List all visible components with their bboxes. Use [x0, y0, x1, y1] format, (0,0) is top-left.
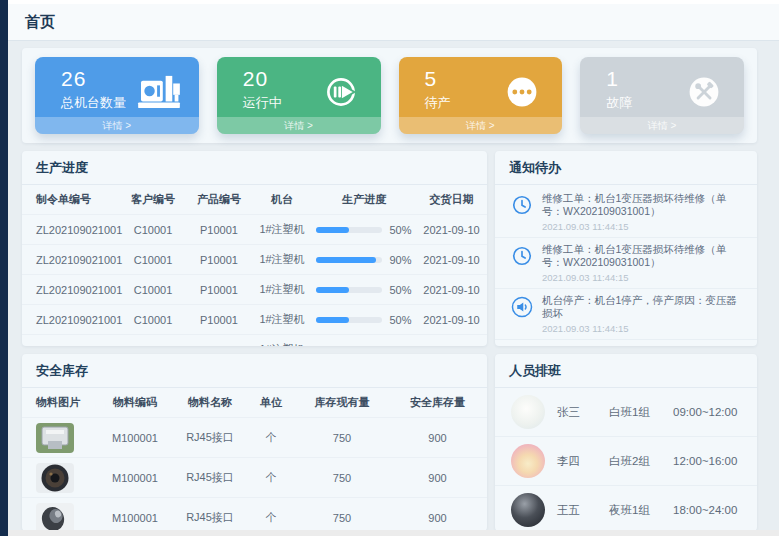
- column-header: 物料名称: [174, 388, 246, 418]
- product-no: P10001: [186, 245, 252, 275]
- staff-name: 李四: [557, 454, 609, 469]
- stat-card-2[interactable]: 5 待产 详情 >: [399, 57, 563, 134]
- material-code: M100001: [96, 458, 174, 498]
- production-panel-title: 生产进度: [22, 151, 487, 185]
- unit: 个: [246, 458, 296, 498]
- customer-no: C10001: [120, 215, 186, 245]
- stock-header-row: 物料图片 物料编码 物料名称 单位 库存现有量 安全库存量: [22, 388, 487, 418]
- stat-card-1[interactable]: 20 运行中 详情 >: [217, 57, 381, 134]
- sidebar-edge-strip[interactable]: [0, 0, 8, 536]
- delivery-date: 2021-09-10: [416, 335, 487, 347]
- main-grid: 生产进度 制令单编号 客户编号 产品编号 机台 生产进度 交货日期: [22, 151, 757, 530]
- staff-name: 王五: [557, 503, 609, 518]
- order-no: ZL202109021001: [22, 245, 120, 275]
- progress-percent: 50%: [389, 314, 411, 326]
- speaker-front-image: [36, 463, 74, 493]
- safety-stock-panel-title: 安全库存: [22, 354, 487, 388]
- column-header: 库存现有量: [296, 388, 388, 418]
- notification-text: 计划暂停：机台1生产计划已暂停: [542, 345, 695, 346]
- on-hand-quantity: 750: [296, 418, 388, 458]
- staff-row: 王五 夜班1组 18:00~24:00: [495, 485, 757, 530]
- horizontal-scrollbar-track[interactable]: [8, 530, 779, 536]
- notification-item[interactable]: 维修工单：机台1变压器损坏待维修（单号：WX202109031001） 2021…: [495, 237, 757, 288]
- content-area: 26 总机台数量 详情 > 20 运行中 详情 > 5 待产 详情 > 1 故障: [8, 41, 779, 530]
- stock-row: M100001 RJ45接口 个 750 900: [22, 498, 487, 531]
- column-header: 制令单编号: [22, 185, 120, 215]
- notification-timestamp: 2021.09.03 11:44:15: [542, 272, 745, 283]
- material-name: RJ45接口: [174, 418, 246, 458]
- unit: 个: [246, 498, 296, 531]
- column-header: 单位: [246, 388, 296, 418]
- progress-bar: [316, 287, 382, 293]
- staff-time-range: 09:00~12:00: [673, 406, 743, 418]
- machine-name: 1#注塑机: [252, 305, 312, 335]
- customer-no: C10001: [120, 335, 186, 347]
- production-progress-panel: 生产进度 制令单编号 客户编号 产品编号 机台 生产进度 交货日期: [22, 151, 487, 346]
- stock-row: M100001 RJ45接口 个 750 900: [22, 458, 487, 498]
- clock-icon: [511, 194, 533, 216]
- notification-timestamp: 2021.09.03 11:44:15: [542, 323, 745, 334]
- dashboard-screen: 首页 26 总机台数量 详情 > 20 运行中 详情 > 5 待产 详情 >: [0, 0, 779, 536]
- machine-name: 1#注塑机: [252, 215, 312, 245]
- column-header: 安全库存量: [388, 388, 487, 418]
- staff-schedule-panel: 人员排班 张三 白班1组 09:00~12:00 李四 白班2组 12:00~1…: [495, 354, 757, 530]
- notification-item[interactable]: 计划暂停：机台1生产计划已暂停 2021.09.03 11:44:15: [495, 339, 757, 346]
- tab-bar: 首页: [8, 4, 779, 41]
- column-header: 机台: [252, 185, 312, 215]
- details-link[interactable]: 详情 >: [580, 117, 744, 134]
- details-link[interactable]: 详情 >: [35, 117, 199, 134]
- notification-text: 维修工单：机台1变压器损坏待维修（单号：WX202109031001）: [542, 192, 745, 219]
- progress-percent: 90%: [389, 254, 411, 266]
- production-row: ZL202109021001 C10001 P10001 1#注塑机 50% 2…: [22, 215, 487, 245]
- production-row: ZL202109021001 C10001 P10001 1#注塑机 50% 2…: [22, 335, 487, 347]
- stock-row: M100001 RJ45接口 个 750 900: [22, 418, 487, 458]
- ellipsis-icon: [500, 74, 544, 110]
- column-header: 客户编号: [120, 185, 186, 215]
- product-no: P10001: [186, 305, 252, 335]
- progress-percent: 50%: [389, 344, 411, 347]
- speaker-side-image: [36, 503, 74, 531]
- customer-no: C10001: [120, 305, 186, 335]
- progress-bar: [316, 257, 382, 263]
- notification-item[interactable]: 机台停产：机台1停产，停产原因：变压器损坏 2021.09.03 11:44:1…: [495, 288, 757, 339]
- running-icon: [319, 74, 363, 110]
- machine-name: 1#注塑机: [252, 335, 312, 347]
- avatar-illustration: [511, 395, 545, 429]
- details-link[interactable]: 详情 >: [217, 117, 381, 134]
- staff-row: 李四 白班2组 12:00~16:00: [495, 436, 757, 485]
- production-row: ZL202109021001 C10001 P10001 1#注塑机 90% 2…: [22, 245, 487, 275]
- material-code: M100001: [96, 498, 174, 531]
- column-header: 物料图片: [22, 388, 96, 418]
- stat-card-0[interactable]: 26 总机台数量 详情 >: [35, 57, 199, 134]
- order-no: ZL202109021001: [22, 305, 120, 335]
- order-no: ZL202109021001: [22, 215, 120, 245]
- rj45-connector-image: [36, 423, 74, 453]
- order-no: ZL202109021001: [22, 335, 120, 347]
- notification-text: 机台停产：机台1停产，停产原因：变压器损坏: [542, 294, 745, 321]
- delivery-date: 2021-09-10: [416, 245, 487, 275]
- order-no: ZL202109021001: [22, 275, 120, 305]
- staff-shift: 白班1组: [609, 405, 673, 420]
- stat-card-3[interactable]: 1 故障 详情 >: [580, 57, 744, 134]
- speaker-icon: [511, 296, 533, 318]
- machine-name: 1#注塑机: [252, 275, 312, 305]
- notification-item[interactable]: 维修工单：机台1变压器损坏待维修（单号：WX202109031001） 2021…: [495, 187, 757, 237]
- staff-shift: 夜班1组: [609, 503, 673, 518]
- product-no: P10001: [186, 275, 252, 305]
- details-link[interactable]: 详情 >: [399, 117, 563, 134]
- material-name: RJ45接口: [174, 498, 246, 531]
- column-header: 产品编号: [186, 185, 252, 215]
- delivery-date: 2021-09-10: [416, 215, 487, 245]
- production-row: ZL202109021001 C10001 P10001 1#注塑机 50% 2…: [22, 305, 487, 335]
- column-header: 生产进度: [312, 185, 416, 215]
- safety-quantity: 900: [388, 498, 487, 531]
- notification-text: 维修工单：机台1变压器损坏待维修（单号：WX202109031001）: [542, 243, 745, 270]
- notification-timestamp: 2021.09.03 11:44:15: [542, 221, 745, 232]
- tab-home[interactable]: 首页: [8, 4, 55, 40]
- avatar-pink: [511, 444, 545, 478]
- staff-row: 张三 白班1组 09:00~12:00: [495, 388, 757, 436]
- staff-shift: 白班2组: [609, 454, 673, 469]
- staff-list: 张三 白班1组 09:00~12:00 李四 白班2组 12:00~16:00 …: [495, 388, 757, 530]
- notifications-panel: 通知待办 维修工单：机台1变压器损坏待维修（单号：WX202109031001）…: [495, 151, 757, 346]
- machine-icon: [137, 74, 181, 110]
